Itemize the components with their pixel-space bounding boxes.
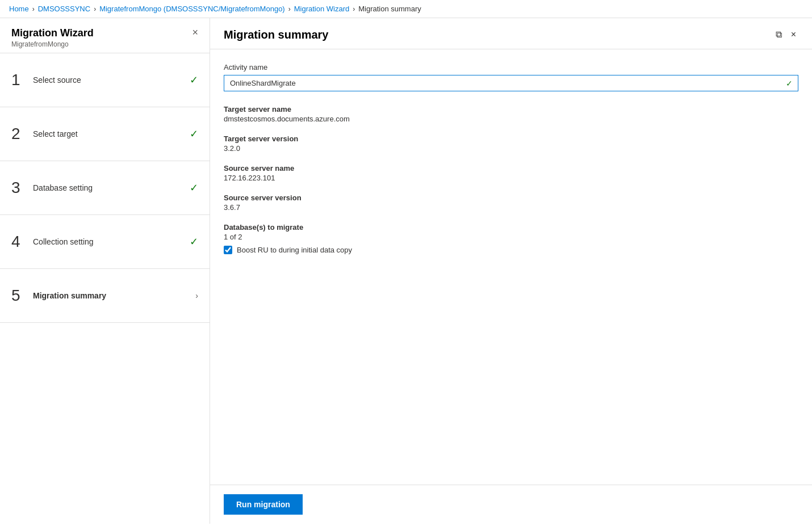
breadcrumb-sep-1: › <box>32 5 35 13</box>
step-1-label: Select source <box>33 75 81 85</box>
databases-to-migrate-value: 1 of 2 <box>224 233 798 241</box>
step-3[interactable]: 3 Database setting ✓ <box>0 161 210 215</box>
breadcrumb: Home › DMSOSSSYNC › MigratefromMongo (DM… <box>0 0 812 18</box>
databases-section: Database(s) to migrate 1 of 2 Boost RU t… <box>224 223 798 254</box>
restore-window-button[interactable]: ⧉ <box>773 27 784 42</box>
step-4[interactable]: 4 Collection setting ✓ <box>0 215 210 269</box>
right-content: Activity name ✓ Target server name dmste… <box>210 49 812 485</box>
target-server-version-section: Target server version 3.2.0 <box>224 134 798 153</box>
target-server-name-section: Target server name dmstestcosmos.documen… <box>224 105 798 123</box>
right-header: Migration summary ⧉ × <box>210 18 812 49</box>
main-container: Migration Wizard MigratefromMongo × 1 Se… <box>0 18 812 524</box>
close-panel-button[interactable]: × <box>789 27 798 42</box>
activity-name-label: Activity name <box>224 63 798 71</box>
step-4-number: 4 <box>11 233 25 251</box>
left-panel: Migration Wizard MigratefromMongo × 1 Se… <box>0 18 210 524</box>
breadcrumb-wizard[interactable]: Migration Wizard <box>294 5 350 13</box>
databases-to-migrate-label: Database(s) to migrate <box>224 223 798 232</box>
source-server-name-value: 172.16.223.101 <box>224 174 798 182</box>
boost-label: Boost RU to during initial data copy <box>237 246 352 254</box>
source-server-version-value: 3.6.7 <box>224 203 798 212</box>
source-server-name-label: Source server name <box>224 164 798 172</box>
step-3-number: 3 <box>11 179 25 197</box>
step-3-check-icon: ✓ <box>190 182 198 194</box>
wizard-title: Migration Wizard <box>11 27 94 39</box>
step-4-label: Collection setting <box>33 237 94 246</box>
step-5-label: Migration summary <box>33 291 106 300</box>
activity-input-wrapper: ✓ <box>224 75 798 91</box>
run-migration-button[interactable]: Run migration <box>224 494 303 515</box>
right-panel-title: Migration summary <box>224 28 328 41</box>
step-3-label: Database setting <box>33 183 93 192</box>
right-header-icons: ⧉ × <box>773 27 798 42</box>
step-2-label: Select target <box>33 129 78 138</box>
activity-name-input[interactable] <box>224 75 798 91</box>
wizard-subtitle: MigratefromMongo <box>11 40 94 48</box>
right-footer: Run migration <box>210 485 812 524</box>
boost-checkbox[interactable] <box>224 246 232 254</box>
breadcrumb-current: Migration summary <box>358 5 421 13</box>
wizard-header-text: Migration Wizard MigratefromMongo <box>11 27 94 48</box>
target-server-name-label: Target server name <box>224 105 798 113</box>
breadcrumb-sep-3: › <box>288 5 291 13</box>
target-server-name-value: dmstestcosmos.documents.azure.com <box>224 115 798 123</box>
breadcrumb-home[interactable]: Home <box>9 5 29 13</box>
step-4-check-icon: ✓ <box>190 235 198 248</box>
breadcrumb-migrate[interactable]: MigratefromMongo (DMSOSSSYNC/Migratefrom… <box>99 5 285 13</box>
step-1-check-icon: ✓ <box>190 74 198 86</box>
step-5[interactable]: 5 Migration summary › <box>0 269 210 323</box>
activity-input-check-icon: ✓ <box>786 79 793 88</box>
source-server-version-section: Source server version 3.6.7 <box>224 193 798 212</box>
step-2-number: 2 <box>11 125 25 143</box>
breadcrumb-sep-2: › <box>94 5 96 13</box>
source-server-name-section: Source server name 172.16.223.101 <box>224 164 798 182</box>
step-2-check-icon: ✓ <box>190 128 198 140</box>
breadcrumb-dms[interactable]: DMSOSSSYNC <box>38 5 90 13</box>
step-5-number: 5 <box>11 287 25 305</box>
target-server-version-value: 3.2.0 <box>224 144 798 153</box>
boost-row: Boost RU to during initial data copy <box>224 246 798 254</box>
wizard-close-button[interactable]: × <box>192 27 198 37</box>
step-5-arrow-icon: › <box>195 291 198 300</box>
source-server-version-label: Source server version <box>224 193 798 202</box>
breadcrumb-sep-4: › <box>353 5 355 13</box>
step-1[interactable]: 1 Select source ✓ <box>0 53 210 107</box>
wizard-header: Migration Wizard MigratefromMongo × <box>0 18 210 53</box>
steps-list: 1 Select source ✓ 2 Select target ✓ 3 Da… <box>0 53 210 323</box>
step-2[interactable]: 2 Select target ✓ <box>0 107 210 161</box>
target-server-version-label: Target server version <box>224 134 798 143</box>
step-1-number: 1 <box>11 71 25 89</box>
right-panel: Migration summary ⧉ × Activity name ✓ Ta… <box>210 18 812 524</box>
